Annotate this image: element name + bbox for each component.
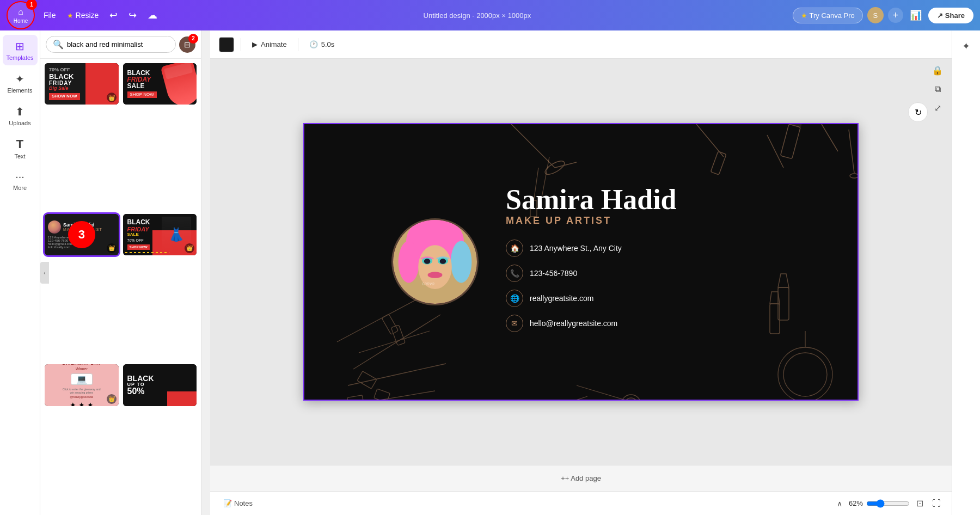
contact-address: 🏠 123 Anywhere St., Any City bbox=[506, 240, 677, 257]
face-svg: canva bbox=[393, 218, 477, 305]
search-input[interactable] bbox=[67, 40, 169, 48]
sidebar-item-text[interactable]: T Text bbox=[3, 133, 38, 163]
more-icon: ··· bbox=[15, 170, 24, 183]
clock-icon: 🕐 bbox=[309, 40, 318, 48]
animate-button[interactable]: ▶ Animate bbox=[248, 38, 291, 51]
sidebar-label-uploads: Uploads bbox=[9, 120, 30, 126]
address-icon: 🏠 bbox=[506, 240, 523, 257]
sidebar-item-elements[interactable]: ✦ Elements bbox=[3, 68, 38, 98]
notes-icon: 📝 bbox=[223, 499, 232, 507]
search-input-wrap: 🔍 bbox=[46, 36, 176, 53]
template-card-5[interactable]: GIVEAWAY DAY Winner 💻 Click to enter the… bbox=[45, 364, 119, 406]
svg-point-39 bbox=[451, 241, 472, 283]
phone-text: 123-456-7890 bbox=[530, 269, 577, 278]
topbar-right: ★ Try Canva Pro S + 📊 ↗ Share bbox=[793, 7, 973, 23]
sidebar-item-more[interactable]: ··· More bbox=[3, 165, 38, 196]
add-collaborator-button[interactable]: + bbox=[888, 8, 903, 23]
crown-badge-5: 👑 bbox=[107, 394, 117, 404]
cloud-save-button[interactable]: ☁ bbox=[143, 7, 162, 23]
collapse-handle[interactable]: ‹ bbox=[40, 262, 49, 284]
resize-button[interactable]: ★ Resize bbox=[63, 9, 103, 22]
template-card-3[interactable]: Samira Hadid MAKE UP ARTIST 123 Anywhere… bbox=[45, 214, 119, 255]
avatar[interactable]: S bbox=[867, 7, 884, 23]
email-icon: ✉ bbox=[506, 315, 523, 332]
svg-point-38 bbox=[399, 241, 420, 283]
contact-email: ✉ hello@reallygreatsite.com bbox=[506, 315, 677, 332]
zoom-control: 62% bbox=[849, 499, 910, 508]
svg-point-43 bbox=[424, 259, 431, 264]
sidebar: ⊞ Templates ✦ Elements ⬆ Uploads T Text … bbox=[0, 30, 40, 515]
canvas-wrapper: ↻ bbox=[210, 59, 952, 465]
file-button[interactable]: File bbox=[39, 9, 60, 22]
bottom-bar: 📝 Notes ∧ 62% ⊡ ⛶ bbox=[210, 491, 952, 515]
copy-canvas-button[interactable]: ⧉ bbox=[930, 82, 945, 96]
home-label: Home bbox=[14, 18, 28, 24]
notes-button[interactable]: 📝 Notes bbox=[219, 497, 257, 510]
canvas-person-name: Samira Hadid bbox=[506, 184, 677, 215]
redo-button[interactable]: ↪ bbox=[124, 7, 141, 23]
filter-count-badge: 2 bbox=[188, 34, 198, 44]
sidebar-label-more: More bbox=[13, 185, 27, 191]
resize-pro-icon: ★ bbox=[67, 11, 74, 20]
search-bar: 🔍 ⊟ 2 bbox=[40, 30, 201, 59]
share-button[interactable]: ↗ Share bbox=[928, 8, 973, 23]
divider-2 bbox=[298, 38, 298, 51]
fit-page-button[interactable]: ⊡ bbox=[914, 496, 926, 511]
show-pages-button[interactable]: ∧ bbox=[835, 497, 844, 510]
search-icon: 🔍 bbox=[53, 39, 64, 50]
document-title: Untitled design - 2000px × 1000px bbox=[166, 11, 788, 20]
template-card-4[interactable]: BLACK FRIDAY SALE 70% OFF SHOP NOW 👗 👑 bbox=[123, 214, 197, 255]
template-card-6[interactable]: BLACK UP TO 50% bbox=[123, 364, 197, 406]
template-card-2[interactable]: BLACK FRIDAY SALE SHOP NOW bbox=[123, 63, 197, 105]
analytics-icon[interactable]: 📊 bbox=[908, 7, 924, 23]
right-panel: ✦ bbox=[952, 30, 980, 515]
plus-icon: + bbox=[561, 474, 565, 482]
fullscreen-button[interactable]: ⛶ bbox=[930, 496, 943, 511]
zoom-slider[interactable] bbox=[866, 499, 910, 508]
circle-badge-1: 1 bbox=[26, 0, 37, 10]
svg-point-45 bbox=[428, 272, 443, 278]
crown-badge-3: 👑 bbox=[107, 243, 117, 253]
color-swatch[interactable] bbox=[219, 37, 234, 52]
home-icon: ⌂ bbox=[18, 7, 23, 17]
template-card-1[interactable]: 70% OFF BLACK FRIDAY Big Sale SHOW NOW 👑 bbox=[45, 63, 119, 105]
template-card-6-text: BLACK UP TO 50% bbox=[127, 375, 154, 396]
crown-badge-1: 👑 bbox=[107, 93, 117, 102]
sidebar-label-templates: Templates bbox=[6, 54, 33, 61]
undo-button[interactable]: ↩ bbox=[105, 7, 122, 23]
email-text: hello@reallygreatsite.com bbox=[530, 319, 617, 328]
home-button[interactable]: ⌂ Home 1 bbox=[7, 1, 35, 29]
person-face: canva bbox=[393, 220, 477, 304]
person-photo: canva bbox=[391, 218, 479, 305]
zoom-level: 62% bbox=[849, 499, 863, 507]
uploads-icon: ⬆ bbox=[15, 105, 24, 118]
share-icon: ↗ bbox=[937, 11, 943, 20]
canvas-actions: 🔒 ⧉ ⤢ bbox=[930, 63, 945, 115]
lock-button[interactable]: 🔒 bbox=[930, 63, 945, 78]
address-text: 123 Anywhere St., Any City bbox=[530, 244, 622, 253]
magic-switch-button[interactable]: ✦ bbox=[959, 37, 973, 56]
canvas-person-title: MAKE UP ARTIST bbox=[506, 215, 677, 226]
sidebar-item-uploads[interactable]: ⬆ Uploads bbox=[3, 100, 38, 131]
svg-point-44 bbox=[440, 259, 446, 264]
expand-button[interactable]: ⤢ bbox=[930, 101, 945, 115]
crown-badge-4: 👑 bbox=[185, 243, 194, 253]
filter-button[interactable]: ⊟ 2 bbox=[179, 36, 195, 53]
add-page-bar: + + Add page bbox=[210, 465, 952, 491]
contact-website: 🌐 reallygreatsite.com bbox=[506, 290, 677, 307]
duration-button[interactable]: 🕐 5.0s bbox=[305, 38, 339, 51]
refresh-button[interactable]: ↻ bbox=[908, 102, 928, 122]
template-panel: 🔍 ⊟ 2 70% OFF BLACK FRIDAY Big Sale bbox=[40, 30, 201, 515]
canvas-refresh: ↻ bbox=[908, 102, 928, 122]
try-pro-button[interactable]: ★ Try Canva Pro bbox=[793, 8, 863, 23]
svg-text:canva: canva bbox=[422, 281, 434, 286]
secondary-toolbar: ▶ Animate 🕐 5.0s bbox=[210, 30, 952, 59]
animate-icon: ▶ bbox=[252, 40, 258, 48]
template-grid: 70% OFF BLACK FRIDAY Big Sale SHOW NOW 👑 bbox=[40, 59, 201, 515]
circle-badge-3: 3 bbox=[68, 221, 95, 248]
divider-1 bbox=[241, 38, 241, 51]
add-page-button[interactable]: + + Add page bbox=[554, 471, 608, 486]
design-canvas[interactable]: canva Samira Hadid MAKE UP ARTIST 🏠 123 … bbox=[303, 123, 859, 401]
contact-phone: 📞 123-456-7890 bbox=[506, 265, 677, 282]
sidebar-item-templates[interactable]: ⊞ Templates bbox=[3, 35, 38, 65]
